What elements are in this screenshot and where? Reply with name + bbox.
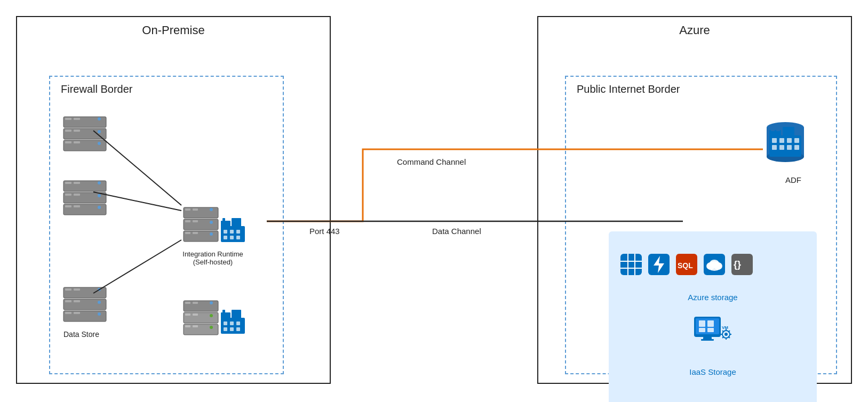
storage-icons-row: SQL {} [619,253,754,276]
port-label: Port 443 [309,227,340,236]
svg-rect-90 [787,138,792,143]
svg-rect-42 [193,220,198,222]
cloud-storage-icon [703,253,726,276]
adf-icon [761,119,809,173]
svg-text:VM: VM [722,325,728,330]
svg-rect-93 [779,145,784,150]
svg-rect-26 [74,288,80,291]
svg-rect-67 [185,325,190,327]
svg-rect-1 [65,118,71,120]
svg-rect-2 [74,118,80,120]
azure-storage-box: SQL {} [609,231,817,402]
svg-rect-57 [236,236,240,239]
svg-point-23 [98,206,101,209]
svg-rect-55 [224,236,227,239]
svg-rect-119 [701,339,714,341]
svg-rect-56 [230,236,234,239]
sql-icon: SQL [675,253,698,276]
event-hub-icon [647,253,671,276]
svg-rect-51 [222,218,225,222]
svg-point-31 [98,301,101,304]
svg-point-19 [98,194,101,197]
azure-storage-label: Azure storage [688,293,737,302]
svg-rect-52 [224,230,227,234]
svg-point-11 [98,142,101,145]
svg-rect-91 [794,138,799,143]
ir-adf-mini-icon [218,215,248,245]
svg-rect-22 [74,205,80,207]
svg-rect-73 [222,310,225,314]
svg-rect-85 [783,127,794,138]
iaas-storage-icon: VM [691,314,734,357]
svg-rect-64 [193,313,198,316]
svg-rect-49 [221,221,230,227]
svg-point-35 [98,312,101,316]
onpremise-box: On-Premise Firewall Border [16,16,331,384]
svg-rect-87 [776,126,780,131]
iaas-storage-label: IaaS Storage [689,367,736,376]
svg-point-3 [98,117,101,120]
svg-point-15 [98,181,101,184]
svg-rect-37 [185,208,190,211]
svg-rect-114 [699,320,705,327]
azure-box: Azure Public Internet Border [537,16,852,384]
svg-rect-86 [771,126,775,131]
svg-point-61 [210,301,213,304]
svg-rect-13 [65,182,71,184]
server-middle-1 [61,178,109,218]
data-store-label: Data Store [63,330,99,339]
public-border-title: Public Internet Border [577,83,680,95]
svg-rect-89 [779,138,784,143]
svg-rect-48 [221,226,245,242]
svg-rect-60 [193,302,198,304]
svg-rect-41 [185,220,190,222]
svg-rect-46 [193,232,198,234]
svg-rect-10 [74,141,80,143]
svg-rect-54 [236,230,240,234]
svg-rect-116 [699,328,705,332]
svg-rect-115 [707,320,714,327]
svg-point-65 [210,314,213,317]
svg-rect-79 [236,327,240,331]
svg-point-47 [210,232,213,236]
server-top-1 [61,114,109,154]
svg-rect-34 [74,312,80,314]
svg-rect-63 [185,313,190,316]
svg-rect-71 [221,312,230,319]
data-channel-label: Data Channel [432,227,481,236]
svg-rect-21 [65,205,71,207]
svg-rect-38 [193,208,198,211]
svg-rect-17 [65,194,71,196]
server-bottom-1 [61,285,109,325]
public-border-box: Public Internet Border [565,76,837,374]
svg-rect-29 [65,300,71,302]
svg-rect-30 [74,300,80,302]
svg-point-39 [210,208,213,211]
svg-rect-14 [74,182,80,184]
svg-rect-50 [232,218,241,227]
svg-rect-117 [707,328,714,332]
svg-rect-68 [193,325,198,327]
svg-point-69 [210,326,213,329]
svg-rect-95 [794,145,799,150]
svg-rect-76 [236,321,240,325]
svg-rect-96 [620,254,642,275]
command-channel-label: Command Channel [397,157,466,166]
svg-rect-9 [65,141,71,143]
ir-server-2 [181,298,221,338]
grid-icon [619,253,643,276]
svg-rect-53 [230,230,234,234]
svg-rect-88 [772,138,777,143]
svg-rect-5 [65,130,71,132]
json-icon: {} [730,253,754,276]
onpremise-title: On-Premise [142,23,204,37]
svg-rect-74 [224,321,227,325]
svg-text:SQL: SQL [678,261,693,270]
svg-rect-92 [772,145,777,150]
svg-rect-25 [65,288,71,291]
diagram-container: { "onpremise": { "title": "On-Premise", … [0,0,868,402]
svg-rect-72 [232,310,241,319]
svg-rect-75 [230,321,234,325]
svg-rect-70 [221,318,245,334]
svg-rect-33 [65,312,71,314]
